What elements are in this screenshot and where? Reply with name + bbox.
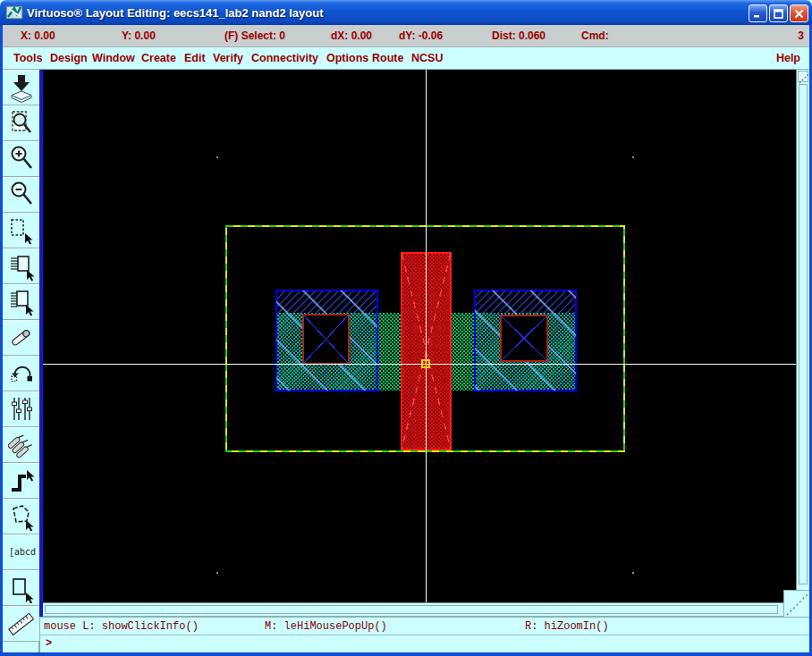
- window-title: Virtuoso® Layout Editing: eecs141_lab2 n…: [27, 6, 324, 20]
- maximize-button[interactable]: [769, 4, 788, 22]
- toolbar-button-undo[interactable]: [3, 356, 39, 391]
- layout-drawing: [43, 70, 796, 602]
- vertical-scrollbar-grip[interactable]: [798, 71, 808, 82]
- toolbar-button-zoom-in[interactable]: [3, 141, 39, 177]
- toolbar-button-delete[interactable]: [3, 320, 39, 356]
- rectangle-icon: [8, 573, 35, 603]
- contact-right[interactable]: [501, 315, 547, 361]
- instance-icon: [8, 430, 35, 460]
- horizontal-scrollbar[interactable]: [43, 602, 783, 617]
- menu-options[interactable]: Options: [326, 47, 368, 70]
- ruler-icon: [8, 609, 35, 639]
- fit-view-icon: [8, 108, 35, 139]
- polygon-icon: [8, 501, 35, 532]
- status-dist: Dist: 0.060: [492, 25, 546, 47]
- toolbar-button-move[interactable]: [3, 284, 39, 320]
- menu-create[interactable]: Create: [141, 47, 176, 70]
- minimize-button[interactable]: [749, 4, 767, 22]
- resize-grip[interactable]: [783, 590, 809, 617]
- menu-route[interactable]: Route: [372, 47, 403, 70]
- close-button[interactable]: [790, 4, 808, 22]
- toolbar-button-copy[interactable]: [3, 248, 39, 284]
- toolbar-button-label[interactable]: [abcd]: [3, 534, 39, 570]
- maximize-icon: [774, 9, 783, 19]
- undo-icon: [8, 358, 35, 389]
- virtuoso-window: Virtuoso® Layout Editing: eecs141_lab2 n…: [0, 0, 812, 656]
- tool-palette: [abcd]: [3, 70, 39, 652]
- command-prompt-line[interactable]: >: [39, 635, 809, 652]
- vertical-scrollbar[interactable]: [796, 70, 809, 591]
- window-border-left: [0, 25, 3, 656]
- mouse-bindings-bar: mouse L: showClickInfo() M: leHiMousePop…: [39, 617, 809, 635]
- mouse-middle-binding: M: leHiMousePopUp(): [265, 618, 387, 635]
- status-cmd: Cmd:: [581, 25, 609, 47]
- status-bar: X: 0.00 Y: 0.00 (F) Select: 0 dX: 0.00 d…: [3, 25, 809, 47]
- menu-ncsu[interactable]: NCSU: [411, 47, 443, 70]
- status-select: (F) Select: 0: [224, 25, 285, 47]
- vertical-scrollbar-thumb[interactable]: [799, 84, 808, 585]
- toolbar-button-path[interactable]: [3, 463, 39, 499]
- status-dx: dX: 0.00: [331, 25, 372, 47]
- properties-icon: [8, 394, 35, 425]
- menu-edit[interactable]: Edit: [184, 47, 206, 70]
- menu-tools[interactable]: Tools: [13, 47, 42, 70]
- stretch-icon: [8, 215, 35, 246]
- copy-icon: [8, 251, 35, 282]
- menu-window[interactable]: Window: [92, 47, 135, 70]
- zoom-in-icon: [8, 144, 35, 174]
- svg-text:[abcd]: [abcd]: [9, 547, 36, 557]
- toolbar-button-ruler[interactable]: [3, 606, 39, 642]
- menu-design[interactable]: Design: [50, 47, 88, 70]
- close-icon: [794, 9, 804, 19]
- toolbar-button-fit-view[interactable]: [3, 105, 39, 141]
- status-y: Y: 0.00: [122, 25, 156, 47]
- status-x: X: 0.00: [21, 25, 55, 47]
- window-border-bottom: [0, 652, 812, 656]
- toolbar-button-polygon[interactable]: [3, 499, 39, 534]
- move-icon: [8, 287, 35, 317]
- minimize-icon: [753, 9, 763, 19]
- contact-left[interactable]: [303, 315, 349, 364]
- toolbar-button-instance[interactable]: [3, 427, 39, 463]
- menu-help[interactable]: Help: [776, 47, 800, 70]
- menu-verify[interactable]: Verify: [213, 47, 243, 70]
- status-count: 3: [798, 25, 804, 47]
- prompt-character: >: [46, 635, 52, 652]
- menu-connectivity[interactable]: Connectivity: [251, 47, 318, 70]
- toolbar-button-zoom-out[interactable]: [3, 177, 39, 213]
- horizontal-scrollbar-thumb[interactable]: [45, 605, 778, 614]
- delete-icon: [8, 323, 35, 353]
- toolbar-button-rectangle[interactable]: [3, 570, 39, 606]
- menu-bar: Tools Design Window Create Edit Verify C…: [3, 47, 809, 70]
- layout-canvas[interactable]: [43, 70, 796, 602]
- save-icon: [8, 72, 35, 103]
- app-icon: [5, 4, 23, 21]
- path-icon: [8, 466, 35, 496]
- zoom-out-icon: [8, 180, 35, 210]
- mouse-left-binding: mouse L: showClickInfo(): [44, 618, 199, 635]
- toolbar-button-properties[interactable]: [3, 391, 39, 427]
- status-dy: dY: -0.06: [399, 25, 443, 47]
- toolbar-button-save[interactable]: [3, 70, 39, 105]
- mouse-right-binding: R: hiZoomIn(): [525, 618, 609, 635]
- label-icon: [abcd]: [7, 537, 36, 568]
- titlebar[interactable]: Virtuoso® Layout Editing: eecs141_lab2 n…: [0, 0, 812, 25]
- toolbar-button-stretch[interactable]: [3, 213, 39, 248]
